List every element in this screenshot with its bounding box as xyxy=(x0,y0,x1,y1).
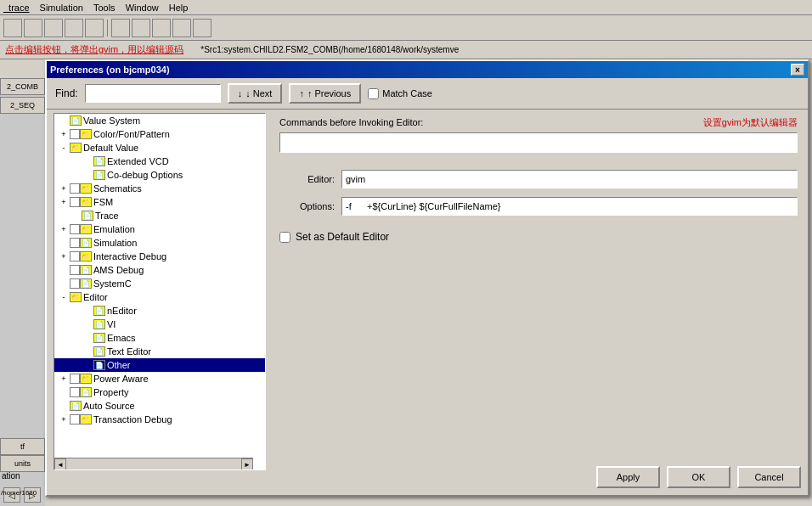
link-text[interactable]: 点击编辑按钮，将弹出gvim，用以编辑源码 xyxy=(5,43,183,56)
commands-input[interactable] xyxy=(279,132,798,153)
toolbar-icon-8[interactable] xyxy=(152,19,171,37)
tree-item-auto-source[interactable]: 📄 Auto Source xyxy=(54,399,265,413)
checkbox-power-aware[interactable] xyxy=(70,374,80,384)
expander-vi xyxy=(82,318,93,330)
menu-help[interactable]: Help xyxy=(169,3,189,13)
tree-item-simulation[interactable]: 📄 Simulation xyxy=(54,236,265,250)
tree-item-property[interactable]: 📄 Property xyxy=(54,385,265,399)
set-default-label: Set as Default Editor xyxy=(296,231,389,243)
node-icon-value-system: 📄 xyxy=(70,115,82,126)
expander-fsm[interactable]: + xyxy=(58,196,70,208)
expander-schematics[interactable]: + xyxy=(58,183,70,194)
expander-transaction-debug[interactable]: + xyxy=(58,413,70,425)
toolbar-icon-2[interactable] xyxy=(24,19,42,37)
tree-panel[interactable]: 📄 Value System + 📁 Color/Font/Pattern - … xyxy=(54,113,266,470)
tree-hscrollbar[interactable]: ◄ ► xyxy=(54,458,253,469)
set-default-checkbox[interactable] xyxy=(279,232,290,243)
options-input[interactable] xyxy=(341,197,798,216)
checkbox-emulation[interactable] xyxy=(70,224,80,234)
tree-item-interactive-debug[interactable]: + 📁 Interactive Debug xyxy=(54,250,265,263)
find-bar: Find: ↓ ↓ Next ↑ ↑ Previous Match Case xyxy=(47,78,808,110)
expander-interactive-debug[interactable]: + xyxy=(58,250,70,262)
toolbar-icon-1[interactable] xyxy=(3,19,22,37)
options-label: Options: xyxy=(279,201,335,211)
checkbox-color-font xyxy=(70,129,80,139)
editor-input[interactable] xyxy=(341,170,798,188)
tree-item-emacs[interactable]: 📄 Emacs xyxy=(54,331,265,345)
tree-item-fsm[interactable]: + 📁 FSM xyxy=(54,195,265,209)
ok-button[interactable]: OK xyxy=(667,466,730,488)
tree-item-vi[interactable]: 📄 VI xyxy=(54,318,265,331)
side-tab-2seq[interactable]: 2_SEQ xyxy=(0,97,45,114)
tree-item-editor[interactable]: - 📁 Editor xyxy=(54,290,265,304)
node-icon-transaction-debug: 📁 xyxy=(80,414,92,424)
checkbox-schematics[interactable] xyxy=(70,183,80,194)
expander-power-aware[interactable]: + xyxy=(58,373,70,385)
previous-button[interactable]: ↑ ↑ Previous xyxy=(289,83,361,104)
expander-value-system xyxy=(58,115,70,127)
toolbar-icon-6[interactable] xyxy=(111,19,130,37)
tree-item-transaction-debug[interactable]: + 📁 Transaction Debug xyxy=(54,413,265,426)
tree-item-other[interactable]: 📄 Other xyxy=(54,358,265,372)
expander-emulation[interactable]: + xyxy=(58,223,70,235)
toolbar-icon-5[interactable] xyxy=(85,19,104,37)
tree-item-emulation[interactable]: + 📁 Emulation xyxy=(54,222,265,236)
tree-item-power-aware[interactable]: + 📁 Power Aware xyxy=(54,372,265,385)
match-case-label[interactable]: Match Case xyxy=(368,88,432,99)
toolbar-icon-4[interactable] xyxy=(65,19,83,37)
commands-label: Commands before Invoking Editor: xyxy=(279,117,423,127)
tree-item-ams-debug[interactable]: 📄 AMS Debug xyxy=(54,263,265,277)
tree-item-codebug[interactable]: 📄 Co-debug Options xyxy=(54,168,265,182)
checkbox-transaction-debug[interactable] xyxy=(70,414,80,424)
checkbox-property[interactable] xyxy=(70,387,80,397)
node-icon-default-value: 📁 xyxy=(70,143,82,153)
toolbar-icon-7[interactable] xyxy=(132,19,150,37)
node-icon-ams-debug: 📄 xyxy=(80,265,92,275)
tree-item-extended-vcd[interactable]: 📄 Extended VCD xyxy=(54,155,265,168)
hscroll-right[interactable]: ► xyxy=(241,458,253,470)
checkbox-fsm[interactable] xyxy=(70,197,80,207)
tree-item-schematics[interactable]: + 📁 Schematics xyxy=(54,182,265,195)
checkbox-simulation[interactable] xyxy=(70,238,80,248)
tree-item-value-system[interactable]: 📄 Value System xyxy=(54,114,265,127)
toolbar-icon-3[interactable] xyxy=(44,19,63,37)
apply-button[interactable]: Apply xyxy=(596,466,660,488)
side-tab-2comb[interactable]: 2_COMB xyxy=(0,78,45,95)
side-tab-tf[interactable]: tf xyxy=(0,438,45,455)
hscroll-left[interactable]: ◄ xyxy=(54,458,66,470)
menu-window[interactable]: Window xyxy=(126,3,159,13)
checkbox-ams-debug[interactable] xyxy=(70,265,80,275)
app-toolbar xyxy=(0,15,812,41)
node-icon-schematics: 📁 xyxy=(80,183,92,194)
hint-text: 设置gvim为默认编辑器 xyxy=(703,116,798,129)
checkbox-systemc[interactable] xyxy=(70,278,80,289)
menu-simulation[interactable]: Simulation xyxy=(40,3,83,13)
set-default-row[interactable]: Set as Default Editor xyxy=(279,231,798,243)
checkbox-interactive-debug[interactable] xyxy=(70,251,80,261)
tree-item-default-value[interactable]: - 📁 Default Value xyxy=(54,141,265,155)
expander-property xyxy=(58,386,70,398)
expander-systemc xyxy=(58,278,70,290)
tree-item-color-font[interactable]: + 📁 Color/Font/Pattern xyxy=(54,127,265,141)
menu-tools[interactable]: Tools xyxy=(93,3,116,13)
toolbar-icon-9[interactable] xyxy=(172,19,191,37)
expander-auto-source xyxy=(58,400,70,412)
node-icon-interactive-debug: 📁 xyxy=(80,251,92,261)
menu-trace[interactable]: _trace xyxy=(3,3,30,13)
expander-neditor xyxy=(82,305,93,317)
tree-item-trace[interactable]: 📄 Trace xyxy=(54,209,265,222)
dialog-close-button[interactable]: × xyxy=(791,64,804,76)
find-input[interactable] xyxy=(85,84,221,103)
next-button[interactable]: ↓ ↓ Next xyxy=(228,83,283,104)
tree-item-text-editor[interactable]: 📄 Text Editor xyxy=(54,345,265,358)
toolbar-icon-10[interactable] xyxy=(193,19,211,37)
match-case-checkbox[interactable] xyxy=(368,88,379,99)
expander-color-font[interactable]: + xyxy=(58,128,70,140)
tree-item-systemc[interactable]: 📄 SystemC xyxy=(54,277,265,290)
tree-item-neditor[interactable]: 📄 nEditor xyxy=(54,304,265,318)
expander-default-value[interactable]: - xyxy=(58,142,70,154)
expander-editor[interactable]: - xyxy=(58,291,70,303)
node-icon-editor: 📁 xyxy=(70,292,82,302)
cancel-button[interactable]: Cancel xyxy=(737,466,801,488)
dialog-titlebar: Preferences (on bjcmp034) × xyxy=(47,61,808,78)
